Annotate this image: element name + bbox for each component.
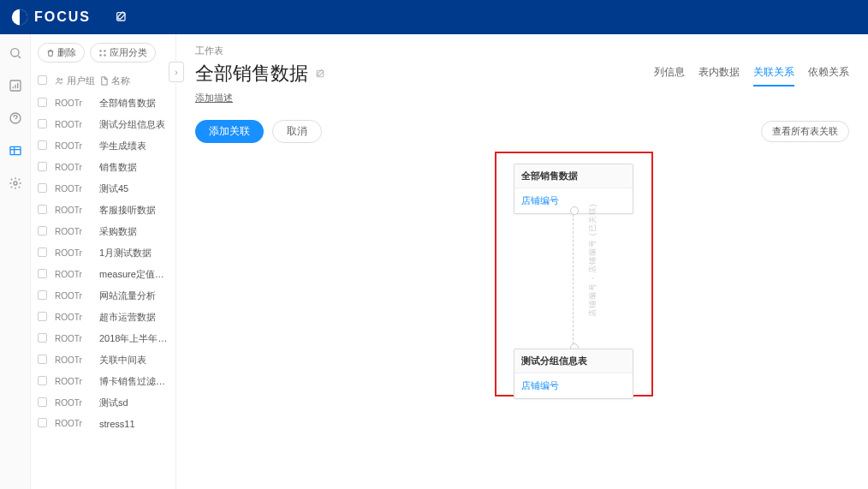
row-checkbox[interactable]: [38, 162, 47, 171]
row-group: ROOTr: [55, 398, 99, 408]
row-checkbox[interactable]: [38, 333, 47, 343]
cancel-button[interactable]: 取消: [272, 120, 322, 143]
row-name: 客服接听数据: [99, 204, 169, 217]
tab-table-data[interactable]: 表内数据: [699, 65, 740, 86]
edit-title-icon[interactable]: [315, 69, 326, 80]
table-list: ROOTr全部销售数据ROOTr测试分组信息表ROOTr学生成绩表ROOTr销售…: [31, 92, 175, 489]
row-checkbox[interactable]: [38, 98, 47, 107]
list-header: 用户组 名称: [31, 69, 175, 92]
node-source-title: 全部销售数据: [514, 164, 633, 188]
table-row[interactable]: ROOTr销售数据: [31, 157, 175, 178]
nav-help-icon[interactable]: [7, 110, 24, 127]
logo-icon: [10, 8, 29, 27]
select-all-checkbox[interactable]: [38, 75, 47, 85]
category-button[interactable]: 应用分类: [90, 43, 156, 63]
row-name: 网站流量分析: [99, 289, 169, 302]
logo: FOCUS: [10, 8, 91, 27]
row-checkbox[interactable]: [38, 140, 47, 150]
add-description-link[interactable]: 添加描述: [195, 92, 849, 104]
row-checkbox[interactable]: [38, 290, 47, 300]
tab-dependency[interactable]: 依赖关系: [808, 65, 849, 86]
compose-icon[interactable]: [115, 10, 128, 24]
row-name: stress11: [99, 419, 169, 429]
row-group: ROOTr: [55, 313, 99, 322]
table-row[interactable]: ROOTrstress11: [31, 414, 175, 433]
nav-rail: [0, 34, 31, 489]
tabs: 列信息 表内数据 关联关系 依赖关系: [654, 65, 849, 86]
row-checkbox[interactable]: [38, 269, 47, 278]
header-user-group: 用户组: [67, 75, 95, 87]
nav-settings-icon[interactable]: [7, 175, 24, 192]
row-group: ROOTr: [55, 270, 99, 279]
nav-search-icon[interactable]: [7, 45, 24, 62]
relation-canvas: 全部销售数据 店铺编号 店铺编号 - 店铺编号 (已关联) 测试分组信息表 店铺…: [195, 152, 849, 489]
svg-point-2: [10, 49, 18, 57]
tab-column-info[interactable]: 列信息: [654, 65, 685, 86]
table-row[interactable]: ROOTr客服接听数据: [31, 200, 175, 221]
table-row[interactable]: ROOTr2018年上半年综合明细表: [31, 328, 175, 349]
connector-line: [573, 210, 574, 349]
table-row[interactable]: ROOTr1月测试数据: [31, 242, 175, 264]
nav-chart-icon[interactable]: [7, 77, 24, 94]
row-checkbox[interactable]: [38, 226, 47, 236]
row-group: ROOTr: [55, 248, 99, 258]
row-checkbox[interactable]: [38, 247, 47, 257]
row-name: 测试分组信息表: [99, 118, 169, 131]
top-bar: FOCUS: [0, 0, 868, 34]
row-group: ROOTr: [55, 334, 99, 343]
table-row[interactable]: ROOTr采购数据: [31, 221, 175, 242]
add-relation-button[interactable]: 添加关联: [195, 120, 264, 143]
svg-point-7: [100, 50, 102, 51]
row-name: 2018年上半年综合明细表: [99, 332, 169, 345]
delete-label: 删除: [57, 46, 76, 59]
tab-relation[interactable]: 关联关系: [753, 65, 794, 86]
row-name: 1月测试数据: [99, 247, 169, 259]
row-checkbox[interactable]: [38, 119, 47, 128]
row-checkbox[interactable]: [38, 183, 47, 193]
breadcrumb: 工作表: [195, 45, 849, 57]
view-all-relations-button[interactable]: 查看所有表关联: [761, 121, 849, 142]
doc-icon: [99, 76, 109, 86]
row-name: 测试45: [99, 182, 169, 195]
table-row[interactable]: ROOTr测试分组信息表: [31, 114, 175, 135]
delete-button[interactable]: 删除: [38, 43, 85, 63]
row-checkbox[interactable]: [38, 355, 47, 364]
category-label: 应用分类: [110, 46, 147, 59]
table-row[interactable]: ROOTr博卡销售过滤新增数据增量: [31, 371, 175, 392]
row-checkbox[interactable]: [38, 418, 47, 427]
row-name: 超市运营数据: [99, 311, 169, 324]
table-row[interactable]: ROOTr学生成绩表: [31, 135, 175, 157]
row-name: 关联中间表: [99, 354, 169, 367]
nav-table-icon[interactable]: [7, 142, 24, 159]
svg-rect-5: [10, 146, 21, 154]
users-icon: [55, 76, 64, 86]
table-row[interactable]: ROOTr测试45: [31, 178, 175, 200]
row-checkbox[interactable]: [38, 397, 47, 407]
table-row[interactable]: ROOTr全部销售数据: [31, 92, 175, 114]
node-target[interactable]: 测试分组信息表 店铺编号: [514, 349, 633, 399]
row-group: ROOTr: [55, 227, 99, 236]
row-name: 学生成绩表: [99, 140, 169, 152]
table-row[interactable]: ROOTr网站流量分析: [31, 285, 175, 307]
svg-point-9: [100, 54, 102, 56]
svg-point-12: [61, 79, 62, 81]
row-checkbox[interactable]: [38, 205, 47, 214]
row-name: 销售数据: [99, 161, 169, 174]
table-row[interactable]: ROOTrmeasure定值测试: [31, 264, 175, 285]
svg-point-8: [104, 50, 106, 51]
row-name: 博卡销售过滤新增数据增量: [99, 375, 169, 388]
row-checkbox[interactable]: [38, 376, 47, 385]
node-target-field: 店铺编号: [514, 373, 633, 398]
row-group: ROOTr: [55, 120, 99, 129]
table-row[interactable]: ROOTr测试sd: [31, 392, 175, 414]
row-group: ROOTr: [55, 291, 99, 301]
logo-text: FOCUS: [34, 9, 91, 25]
svg-point-6: [14, 182, 17, 185]
collapse-handle-icon[interactable]: ›: [169, 62, 184, 82]
main-area: 工作表 全部销售数据 添加描述 列信息 表内数据 关联关系 依赖关系 添加关联 …: [176, 34, 868, 489]
row-checkbox[interactable]: [38, 312, 47, 321]
row-group: ROOTr: [55, 377, 99, 386]
row-name: 全部销售数据: [99, 97, 169, 110]
table-row[interactable]: ROOTr关联中间表: [31, 349, 175, 371]
table-row[interactable]: ROOTr超市运营数据: [31, 307, 175, 328]
